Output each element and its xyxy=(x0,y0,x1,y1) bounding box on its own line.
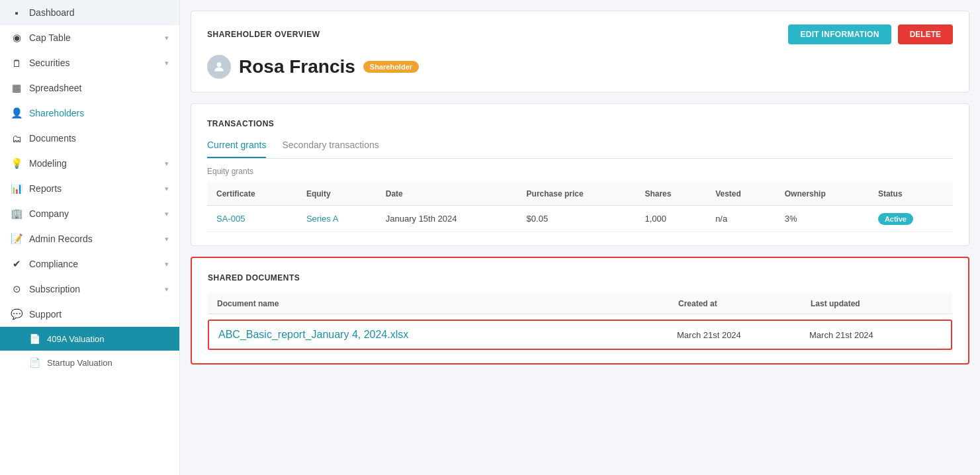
sidebar-item-company[interactable]: 🏢 Company ▾ xyxy=(0,201,179,226)
chevron-down-icon: ▾ xyxy=(165,260,169,269)
sidebar: ▪ Dashboard ◉ Cap Table ▾ 🗒 Securities ▾… xyxy=(0,0,180,475)
cap-table-icon: ◉ xyxy=(11,32,22,44)
col-status: Status xyxy=(869,183,953,206)
col-ownership: Ownership xyxy=(776,183,869,206)
transactions-tabs: Current grants Secondary transactions xyxy=(207,140,953,159)
sidebar-subitem-label: Startup Valuation xyxy=(47,358,112,368)
cell-purchase-price: $0.05 xyxy=(517,206,636,232)
col-last-updated: Last updated xyxy=(811,299,943,308)
transactions-section-title: TRANSACTIONS xyxy=(207,119,274,128)
col-doc-name: Document name xyxy=(217,299,678,308)
sidebar-item-label: Reports xyxy=(29,183,62,194)
table-row: SA-005 Series A January 15th 2024 $0.05 … xyxy=(207,206,953,232)
documents-icon: 🗂 xyxy=(11,132,22,144)
sidebar-item-reports[interactable]: 📊 Reports ▾ xyxy=(0,176,179,201)
overview-header: SHAREHOLDER OVERVIEW EDIT INFORMATION DE… xyxy=(207,24,953,44)
col-date: Date xyxy=(377,183,517,206)
svg-point-0 xyxy=(217,62,222,67)
col-created-at: Created at xyxy=(678,299,811,308)
shareholders-icon: 👤 xyxy=(11,107,22,119)
sidebar-item-label: Modeling xyxy=(29,158,67,169)
sidebar-item-support[interactable]: 💬 Support xyxy=(0,302,179,327)
admin-records-icon: 📝 xyxy=(11,233,22,245)
cell-equity: Series A xyxy=(297,206,377,232)
sidebar-subitem-startup[interactable]: 📄 Startup Valuation xyxy=(0,351,179,374)
shared-docs-title: SHARED DOCUMENTS xyxy=(208,273,300,282)
docs-table-header: Document name Created at Last updated xyxy=(208,294,952,314)
header-buttons: EDIT INFORMATION DELETE xyxy=(788,24,953,44)
company-icon: 🏢 xyxy=(11,208,22,220)
avatar xyxy=(207,55,231,79)
delete-button[interactable]: DELETE xyxy=(898,24,953,44)
securities-icon: 🗒 xyxy=(11,57,22,69)
sidebar-item-subscription[interactable]: ⊙ Subscription ▾ xyxy=(0,277,179,302)
sidebar-item-label: Securities xyxy=(29,58,69,68)
col-purchase-price: Purchase price xyxy=(517,183,636,206)
tab-current-grants[interactable]: Current grants xyxy=(207,140,266,158)
cell-status: Active xyxy=(869,206,953,232)
col-certificate: Certificate xyxy=(207,183,297,206)
chevron-down-icon: ▾ xyxy=(165,34,169,42)
cell-shares: 1,000 xyxy=(635,206,706,232)
sidebar-item-spreadsheet[interactable]: ▦ Spreadsheet xyxy=(0,75,179,101)
cell-date: January 15th 2024 xyxy=(377,206,517,232)
sidebar-subitem-label: 409A Valuation xyxy=(47,334,105,344)
shareholder-name: Rosa Francis xyxy=(239,56,355,77)
sidebar-item-compliance[interactable]: ✔ Compliance ▾ xyxy=(0,251,179,277)
col-shares: Shares xyxy=(635,183,706,206)
doc-updated-cell: March 21st 2024 xyxy=(809,330,942,340)
sidebar-item-label: Shareholders xyxy=(29,108,84,118)
chevron-down-icon: ▾ xyxy=(165,235,169,243)
chevron-down-icon: ▾ xyxy=(165,59,169,67)
sidebar-item-shareholders[interactable]: 👤 Shareholders xyxy=(0,101,179,126)
sidebar-item-label: Documents xyxy=(29,133,76,144)
edit-information-button[interactable]: EDIT INFORMATION xyxy=(788,24,891,44)
cell-ownership: 3% xyxy=(776,206,869,232)
shareholder-badge: Shareholder xyxy=(363,61,419,73)
sidebar-item-label: Cap Table xyxy=(29,32,71,43)
equity-grants-label: Equity grants xyxy=(207,167,953,176)
status-badge: Active xyxy=(878,213,913,225)
chevron-down-icon: ▾ xyxy=(165,159,169,168)
equity-link[interactable]: Series A xyxy=(306,214,338,224)
chevron-down-icon: ▾ xyxy=(165,285,169,294)
sidebar-subitem-409a[interactable]: 📄 409A Valuation xyxy=(0,327,179,351)
dashboard-icon: ▪ xyxy=(11,7,22,19)
sidebar-item-label: Admin Records xyxy=(29,234,93,244)
sidebar-item-label: Subscription xyxy=(29,284,80,294)
sidebar-item-label: Compliance xyxy=(29,259,78,269)
subscription-icon: ⊙ xyxy=(11,283,22,295)
chevron-down-icon: ▾ xyxy=(165,210,169,218)
spreadsheet-icon: ▦ xyxy=(11,82,22,94)
tab-secondary-transactions[interactable]: Secondary transactions xyxy=(282,140,379,158)
doc-file-link[interactable]: ABC_Basic_report_January 4, 2024.xlsx xyxy=(218,329,408,340)
modeling-icon: 💡 xyxy=(11,157,22,169)
overview-section-title: SHAREHOLDER OVERVIEW xyxy=(207,30,320,39)
sidebar-item-dashboard[interactable]: ▪ Dashboard xyxy=(0,0,179,25)
cell-certificate: SA-005 xyxy=(207,206,297,232)
shareholder-name-row: Rosa Francis Shareholder xyxy=(207,55,953,79)
docs-table-row: ABC_Basic_report_January 4, 2024.xlsx Ma… xyxy=(208,320,952,350)
doc-icon: 📄 xyxy=(29,357,40,368)
certificate-link[interactable]: SA-005 xyxy=(216,214,245,224)
sidebar-item-admin-records[interactable]: 📝 Admin Records ▾ xyxy=(0,226,179,251)
transactions-card: TRANSACTIONS Current grants Secondary tr… xyxy=(191,103,969,246)
sidebar-item-modeling[interactable]: 💡 Modeling ▾ xyxy=(0,151,179,176)
compliance-icon: ✔ xyxy=(11,258,22,270)
support-icon: 💬 xyxy=(11,308,22,320)
shareholder-overview-card: SHAREHOLDER OVERVIEW EDIT INFORMATION DE… xyxy=(191,11,969,93)
shared-documents-card: SHARED DOCUMENTS Document name Created a… xyxy=(191,257,969,365)
sidebar-item-label: Company xyxy=(29,208,69,219)
sidebar-item-label: Support xyxy=(29,309,62,320)
sidebar-item-securities[interactable]: 🗒 Securities ▾ xyxy=(0,50,179,75)
transactions-table: Certificate Equity Date Purchase price S… xyxy=(207,183,953,232)
cell-vested: n/a xyxy=(706,206,776,232)
main-content: SHAREHOLDER OVERVIEW EDIT INFORMATION DE… xyxy=(180,0,980,475)
col-equity: Equity xyxy=(297,183,377,206)
doc-name-cell: ABC_Basic_report_January 4, 2024.xlsx xyxy=(218,329,677,341)
sidebar-item-documents[interactable]: 🗂 Documents xyxy=(0,126,179,151)
chevron-down-icon: ▾ xyxy=(165,185,169,193)
sidebar-item-cap-table[interactable]: ◉ Cap Table ▾ xyxy=(0,25,179,50)
col-vested: Vested xyxy=(706,183,776,206)
doc-icon: 📄 xyxy=(29,333,40,344)
